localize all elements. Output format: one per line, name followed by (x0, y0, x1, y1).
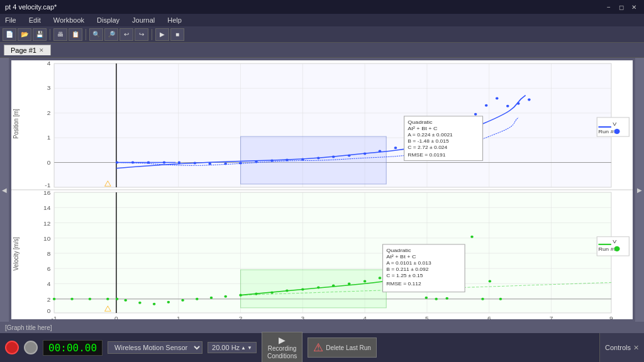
window-controls: − ◻ ✕ (604, 2, 639, 12)
svg-point-108 (89, 298, 92, 300)
delete-last-run-button[interactable]: ⚠ Delete Last Run (308, 337, 377, 358)
svg-text:16: 16 (43, 190, 50, 196)
save-button[interactable]: 💾 (33, 28, 47, 41)
freq-up-icon[interactable]: ▲ (241, 345, 246, 351)
stop-button[interactable]: ■ (170, 28, 184, 41)
controls-label: Controls (605, 344, 631, 351)
freq-down-icon[interactable]: ▼ (247, 345, 252, 351)
svg-text:2: 2 (47, 109, 51, 116)
svg-text:RMSE = 0.0191: RMSE = 0.0191 (408, 153, 446, 158)
minimize-button[interactable]: − (604, 2, 614, 12)
svg-point-110 (116, 298, 119, 300)
svg-point-127 (364, 280, 367, 282)
separator-1 (50, 29, 50, 40)
toolbar: 📄 📂 💾 🖶 📋 🔍 🔎 ↩ ↪ ▶ ■ (0, 26, 644, 43)
zoom-out-button[interactable]: 🔎 (104, 28, 118, 41)
svg-text:B = 0.211 ± 0.092: B = 0.211 ± 0.092 (386, 267, 429, 272)
graph-title: [Graph title here] (5, 324, 52, 331)
menu-file[interactable]: File (3, 16, 19, 24)
svg-point-137 (481, 298, 484, 300)
window-title: pt 4 velocity.cap* (5, 3, 57, 11)
svg-point-132 (435, 298, 438, 300)
delete-label: Delete Last Run (326, 344, 371, 351)
svg-point-57 (506, 105, 509, 107)
svg-text:At² + Bt + C: At² + Bt + C (386, 254, 416, 260)
svg-point-118 (224, 295, 227, 298)
svg-point-48 (394, 146, 397, 149)
tab-label: Page #1 (11, 47, 36, 54)
svg-point-152 (614, 246, 619, 251)
svg-text:1: 1 (47, 134, 51, 141)
svg-text:0: 0 (114, 315, 118, 319)
timer-display: 00:00.00 (43, 340, 103, 356)
svg-text:C = 2.72 ± 0.024: C = 2.72 ± 0.024 (408, 145, 448, 150)
new-button[interactable]: 📄 (3, 28, 16, 41)
print-button[interactable]: 🖶 (53, 28, 67, 41)
menu-edit[interactable]: Edit (26, 16, 43, 24)
tab-bar: Page #1 ✕ (0, 43, 644, 58)
svg-text:8: 8 (47, 251, 51, 257)
controls-panel: Controls ✕ (599, 333, 644, 362)
redo-button[interactable]: ↪ (135, 28, 148, 41)
close-button[interactable]: ✕ (629, 2, 639, 12)
open-button[interactable]: 📂 (18, 28, 31, 41)
copy-button[interactable]: 📋 (69, 28, 82, 41)
zoom-in-button[interactable]: 🔍 (89, 28, 103, 41)
restore-button[interactable]: ◻ (616, 2, 626, 12)
recording-bar: 00:00.00 Wireless Motion Sensor 20.00 Hz… (0, 333, 644, 362)
svg-text:6: 6 (47, 266, 51, 272)
svg-text:9: 9 (609, 315, 613, 319)
svg-text:-1: -1 (45, 182, 50, 189)
svg-point-64 (614, 129, 619, 134)
menu-workbook[interactable]: Workbook (51, 16, 87, 24)
collect-button[interactable]: ▶ (155, 28, 169, 41)
svg-text:5: 5 (425, 315, 429, 319)
svg-point-116 (196, 298, 199, 300)
svg-text:RMSE = 0.112: RMSE = 0.112 (386, 282, 421, 287)
svg-text:4: 4 (47, 281, 51, 287)
svg-text:3: 3 (301, 315, 304, 319)
undo-button[interactable]: ↩ (119, 28, 133, 41)
svg-point-117 (210, 297, 213, 299)
svg-text:-1: -1 (52, 315, 57, 319)
svg-text:0: 0 (47, 159, 51, 165)
svg-text:Quadratic: Quadratic (408, 119, 433, 124)
svg-text:2: 2 (239, 315, 243, 319)
svg-text:2: 2 (47, 296, 51, 302)
sensor-select[interactable]: Wireless Motion Sensor (108, 341, 203, 354)
svg-point-114 (167, 301, 170, 304)
svg-text:A = 0.0101 ± 0.013: A = 0.0101 ± 0.013 (386, 261, 431, 266)
stop-button[interactable] (24, 341, 38, 354)
svg-point-36 (208, 163, 211, 165)
svg-point-33 (163, 162, 166, 164)
menu-help[interactable]: Help (165, 16, 184, 24)
svg-text:At² + Bt + C: At² + Bt + C (408, 126, 437, 131)
svg-point-106 (53, 298, 56, 300)
svg-text:14: 14 (43, 205, 51, 211)
recording-conditions-button[interactable]: ▶ Recording Conditions (262, 332, 303, 362)
svg-text:6: 6 (487, 315, 491, 319)
svg-point-115 (181, 299, 184, 302)
top-graph: 4 3 2 1 0 -1 Position [m] △ (13, 60, 629, 189)
tab-close-icon[interactable]: ✕ (39, 47, 44, 53)
svg-point-112 (138, 302, 142, 304)
svg-point-138 (489, 280, 492, 282)
record-button[interactable] (5, 341, 19, 354)
menu-bar: File Edit Workbook Display Journal Help (0, 14, 644, 26)
svg-text:7: 7 (550, 315, 553, 319)
tab-page1[interactable]: Page #1 ✕ (4, 45, 51, 55)
svg-text:3: 3 (47, 85, 51, 91)
menu-journal[interactable]: Journal (130, 16, 157, 24)
svg-point-31 (131, 162, 135, 164)
right-collapse-handle[interactable]: ▶ (635, 58, 644, 322)
svg-text:△: △ (104, 178, 111, 187)
svg-text:4: 4 (47, 60, 51, 67)
svg-text:1: 1 (177, 315, 180, 319)
svg-point-32 (147, 162, 150, 164)
svg-point-133 (445, 297, 448, 300)
frequency-display: 20.00 Hz ▲ ▼ (208, 342, 257, 353)
menu-display[interactable]: Display (94, 16, 122, 24)
left-collapse-handle[interactable]: ◀ (0, 58, 9, 322)
svg-text:Quadratic: Quadratic (386, 247, 411, 253)
controls-close-button[interactable]: ✕ (633, 344, 639, 352)
